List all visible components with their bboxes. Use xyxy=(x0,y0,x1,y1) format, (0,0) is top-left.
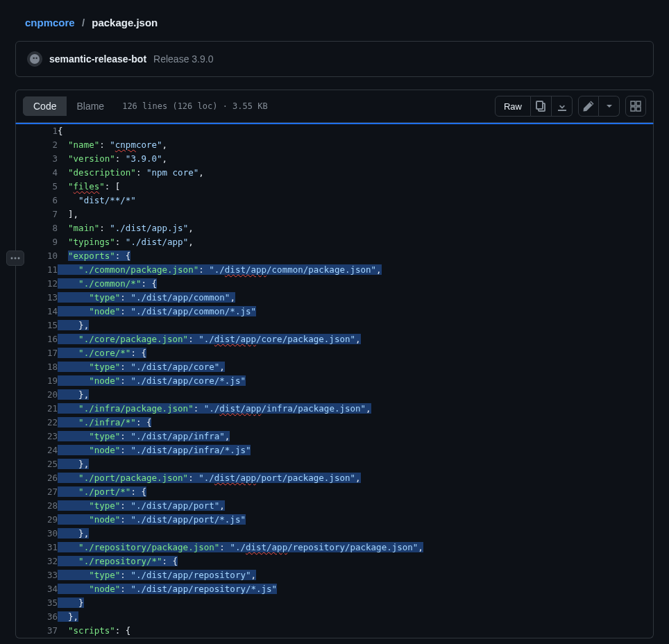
edit-menu-button[interactable] xyxy=(599,96,620,117)
line-number[interactable]: 16 xyxy=(16,332,58,346)
line-number[interactable]: 32 xyxy=(16,554,58,568)
line-number[interactable]: 7 xyxy=(16,207,58,221)
line-number[interactable]: 24 xyxy=(16,443,58,457)
code-content[interactable]: "./core/*": { xyxy=(58,346,653,360)
code-content[interactable]: "./core/package.json": "./dist/app/core/… xyxy=(58,332,653,346)
copy-button[interactable] xyxy=(531,96,552,117)
symbols-icon xyxy=(630,101,641,112)
line-number[interactable]: 37 xyxy=(16,624,58,638)
code-content[interactable]: "version": "3.9.0", xyxy=(58,152,653,166)
code-line: 2 "name": "cnpmcore", xyxy=(16,138,653,152)
code-content[interactable]: "./common/package.json": "./dist/app/com… xyxy=(58,263,653,277)
line-number[interactable]: 4 xyxy=(16,166,58,180)
code-content[interactable]: "./repository/*": { xyxy=(58,554,653,568)
code-content[interactable]: "name": "cnpmcore", xyxy=(58,138,653,152)
code-table: 1{2 "name": "cnpmcore",3 "version": "3.9… xyxy=(16,124,653,638)
code-content[interactable]: "./infra/package.json": "./dist/app/infr… xyxy=(58,402,653,416)
line-number[interactable]: 12 xyxy=(16,277,58,291)
code-content[interactable]: "type": "./dist/app/core", xyxy=(58,360,653,374)
line-number[interactable]: 27 xyxy=(16,485,58,499)
line-number[interactable]: 6 xyxy=(16,194,58,207)
code-content[interactable]: "main": "./dist/app.js", xyxy=(58,221,653,235)
code-content[interactable]: { xyxy=(58,124,653,138)
code-content[interactable]: "type": "./dist/app/port", xyxy=(58,499,653,513)
code-content[interactable]: "type": "./dist/app/infra", xyxy=(58,430,653,443)
code-content[interactable]: }, xyxy=(58,610,653,624)
code-content[interactable]: }, xyxy=(58,388,653,402)
line-number[interactable]: 9 xyxy=(16,235,58,249)
raw-button[interactable]: Raw xyxy=(495,96,531,117)
code-line: 16 "./core/package.json": "./dist/app/co… xyxy=(16,332,653,346)
line-number[interactable]: 17 xyxy=(16,346,58,360)
code-line: 32 "./repository/*": { xyxy=(16,554,653,568)
code-line: 27 "./port/*": { xyxy=(16,485,653,499)
code-content[interactable]: "node": "./dist/app/port/*.js" xyxy=(58,513,653,527)
collapse-toggle[interactable] xyxy=(6,251,24,266)
code-content[interactable]: "node": "./dist/app/repository/*.js" xyxy=(58,582,653,596)
breadcrumb-repo-link[interactable]: cnpmcore xyxy=(25,17,75,28)
code-content[interactable]: "type": "./dist/app/common", xyxy=(58,291,653,305)
line-number[interactable]: 1 xyxy=(16,124,58,138)
code-content[interactable]: } xyxy=(58,596,653,610)
code-content[interactable]: }, xyxy=(58,319,653,332)
code-content[interactable]: "scripts": { xyxy=(58,624,653,638)
tab-code[interactable]: Code xyxy=(23,96,67,116)
line-number[interactable]: 26 xyxy=(16,471,58,485)
download-button[interactable] xyxy=(552,96,573,117)
line-number[interactable]: 3 xyxy=(16,152,58,166)
tab-blame[interactable]: Blame xyxy=(67,96,114,116)
line-number[interactable]: 8 xyxy=(16,221,58,235)
line-number[interactable]: 2 xyxy=(16,138,58,152)
code-content[interactable]: ], xyxy=(58,207,653,221)
line-number[interactable]: 25 xyxy=(16,457,58,471)
code-content[interactable]: }, xyxy=(58,527,653,541)
edit-button[interactable] xyxy=(578,96,599,117)
commit-message[interactable]: Release 3.9.0 xyxy=(153,53,213,65)
code-content[interactable]: "./infra/*": { xyxy=(58,416,653,430)
line-number[interactable]: 19 xyxy=(16,374,58,388)
line-number[interactable]: 34 xyxy=(16,582,58,596)
line-number[interactable]: 21 xyxy=(16,402,58,416)
line-number[interactable]: 14 xyxy=(16,305,58,319)
code-content[interactable]: "description": "npm core", xyxy=(58,166,653,180)
code-content[interactable]: "./port/*": { xyxy=(58,485,653,499)
line-number[interactable]: 13 xyxy=(16,291,58,305)
code-content[interactable]: "type": "./dist/app/repository", xyxy=(58,568,653,582)
code-content[interactable]: }, xyxy=(58,457,653,471)
code-content[interactable]: "dist/**/*" xyxy=(58,194,653,207)
line-number[interactable]: 30 xyxy=(16,527,58,541)
code-content[interactable]: "./repository/package.json": "./dist/app… xyxy=(58,541,653,554)
line-number[interactable]: 15 xyxy=(16,319,58,332)
code-content[interactable]: "node": "./dist/app/core/*.js" xyxy=(58,374,653,388)
code-content[interactable]: "node": "./dist/app/common/*.js" xyxy=(58,305,653,319)
line-number[interactable]: 31 xyxy=(16,541,58,554)
line-number[interactable]: 28 xyxy=(16,499,58,513)
line-number[interactable]: 5 xyxy=(16,180,58,194)
line-number[interactable]: 33 xyxy=(16,568,58,582)
code-line: 33 "type": "./dist/app/repository", xyxy=(16,568,653,582)
line-number[interactable]: 35 xyxy=(16,596,58,610)
symbols-button[interactable] xyxy=(625,96,646,117)
code-line: 19 "node": "./dist/app/core/*.js" xyxy=(16,374,653,388)
file-toolbar: Code Blame 126 lines (126 loc) · 3.55 KB… xyxy=(15,90,654,123)
code-line: 31 "./repository/package.json": "./dist/… xyxy=(16,541,653,554)
code-content[interactable]: "./port/package.json": "./dist/app/port/… xyxy=(58,471,653,485)
line-number[interactable]: 36 xyxy=(16,610,58,624)
code-line: 23 "type": "./dist/app/infra", xyxy=(16,430,653,443)
code-content[interactable]: "exports": { xyxy=(58,249,653,263)
line-number[interactable]: 18 xyxy=(16,360,58,374)
line-number[interactable]: 20 xyxy=(16,388,58,402)
code-viewer: 1{2 "name": "cnpmcore",3 "version": "3.9… xyxy=(15,123,654,638)
code-content[interactable]: "node": "./dist/app/infra/*.js" xyxy=(58,443,653,457)
line-number[interactable]: 22 xyxy=(16,416,58,430)
code-line: 11 "./common/package.json": "./dist/app/… xyxy=(16,263,653,277)
line-number[interactable]: 29 xyxy=(16,513,58,527)
commit-author[interactable]: semantic-release-bot xyxy=(49,53,146,65)
code-content[interactable]: "files": [ xyxy=(58,180,653,194)
code-content[interactable]: "./common/*": { xyxy=(58,277,653,291)
code-line: 14 "node": "./dist/app/common/*.js" xyxy=(16,305,653,319)
breadcrumb-separator: / xyxy=(82,17,85,28)
line-number[interactable]: 23 xyxy=(16,430,58,443)
code-content[interactable]: "typings": "./dist/app", xyxy=(58,235,653,249)
code-line: 37 "scripts": { xyxy=(16,624,653,638)
